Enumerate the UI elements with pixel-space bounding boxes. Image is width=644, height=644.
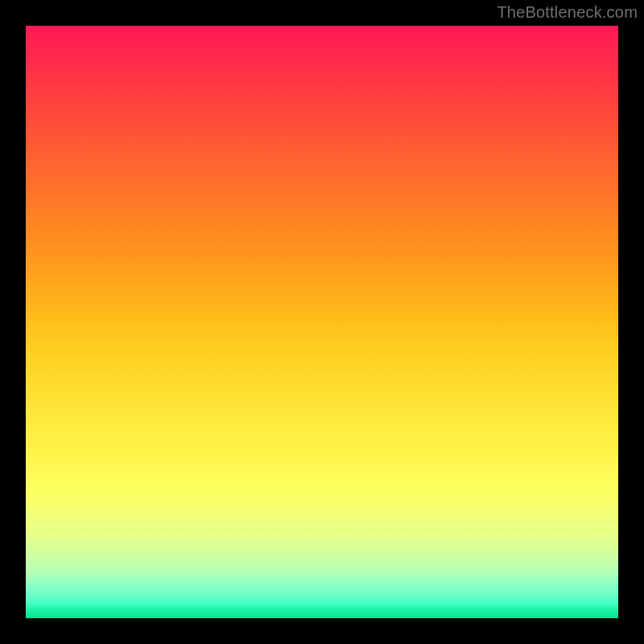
watermark-text: TheBottleneck.com [497, 3, 638, 22]
heat-gradient-background [26, 26, 618, 618]
chart-frame: TheBottleneck.com [0, 0, 644, 644]
plot-area [26, 26, 618, 618]
